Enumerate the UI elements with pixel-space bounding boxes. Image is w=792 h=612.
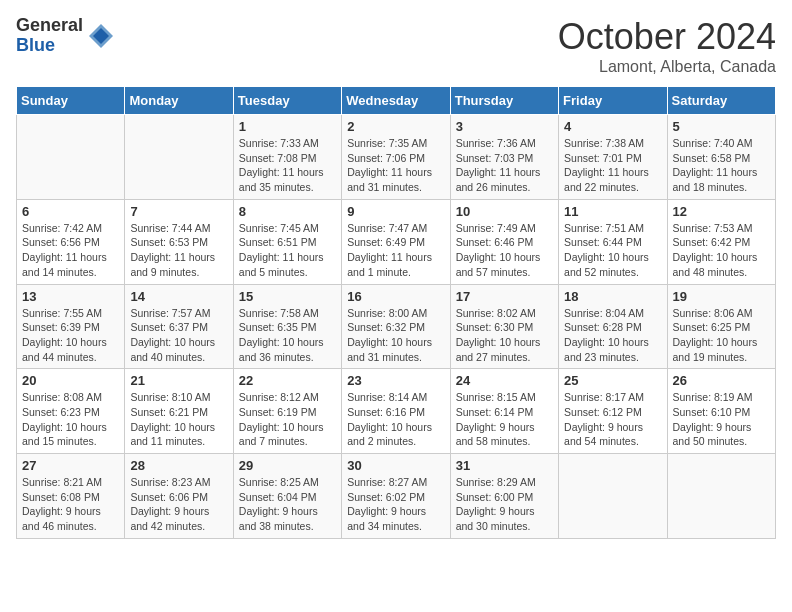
calendar-cell: 12Sunrise: 7:53 AMSunset: 6:42 PMDayligh…	[667, 199, 775, 284]
week-row-2: 6Sunrise: 7:42 AMSunset: 6:56 PMDaylight…	[17, 199, 776, 284]
day-info: Sunrise: 8:14 AMSunset: 6:16 PMDaylight:…	[347, 390, 444, 449]
logo: General Blue	[16, 16, 115, 56]
calendar-cell: 31Sunrise: 8:29 AMSunset: 6:00 PMDayligh…	[450, 454, 558, 539]
day-info: Sunrise: 7:57 AMSunset: 6:37 PMDaylight:…	[130, 306, 227, 365]
day-number: 30	[347, 458, 444, 473]
day-number: 27	[22, 458, 119, 473]
day-info: Sunrise: 8:02 AMSunset: 6:30 PMDaylight:…	[456, 306, 553, 365]
calendar-cell: 27Sunrise: 8:21 AMSunset: 6:08 PMDayligh…	[17, 454, 125, 539]
day-number: 7	[130, 204, 227, 219]
day-number: 31	[456, 458, 553, 473]
column-header-thursday: Thursday	[450, 87, 558, 115]
day-number: 11	[564, 204, 661, 219]
day-number: 24	[456, 373, 553, 388]
day-info: Sunrise: 8:10 AMSunset: 6:21 PMDaylight:…	[130, 390, 227, 449]
day-info: Sunrise: 8:25 AMSunset: 6:04 PMDaylight:…	[239, 475, 336, 534]
day-number: 15	[239, 289, 336, 304]
week-row-5: 27Sunrise: 8:21 AMSunset: 6:08 PMDayligh…	[17, 454, 776, 539]
calendar-cell: 29Sunrise: 8:25 AMSunset: 6:04 PMDayligh…	[233, 454, 341, 539]
logo-blue-text: Blue	[16, 36, 83, 56]
day-info: Sunrise: 8:06 AMSunset: 6:25 PMDaylight:…	[673, 306, 770, 365]
day-number: 23	[347, 373, 444, 388]
page-header: General Blue October 2024 Lamont, Albert…	[16, 16, 776, 76]
day-info: Sunrise: 7:33 AMSunset: 7:08 PMDaylight:…	[239, 136, 336, 195]
location: Lamont, Alberta, Canada	[558, 58, 776, 76]
calendar-cell: 23Sunrise: 8:14 AMSunset: 6:16 PMDayligh…	[342, 369, 450, 454]
day-number: 8	[239, 204, 336, 219]
day-number: 3	[456, 119, 553, 134]
calendar-cell: 13Sunrise: 7:55 AMSunset: 6:39 PMDayligh…	[17, 284, 125, 369]
calendar-cell: 14Sunrise: 7:57 AMSunset: 6:37 PMDayligh…	[125, 284, 233, 369]
calendar-cell: 26Sunrise: 8:19 AMSunset: 6:10 PMDayligh…	[667, 369, 775, 454]
day-number: 17	[456, 289, 553, 304]
day-number: 9	[347, 204, 444, 219]
calendar-cell: 9Sunrise: 7:47 AMSunset: 6:49 PMDaylight…	[342, 199, 450, 284]
day-number: 28	[130, 458, 227, 473]
day-info: Sunrise: 7:45 AMSunset: 6:51 PMDaylight:…	[239, 221, 336, 280]
calendar-cell: 3Sunrise: 7:36 AMSunset: 7:03 PMDaylight…	[450, 115, 558, 200]
day-number: 22	[239, 373, 336, 388]
calendar-cell	[17, 115, 125, 200]
day-number: 2	[347, 119, 444, 134]
day-number: 18	[564, 289, 661, 304]
day-info: Sunrise: 8:27 AMSunset: 6:02 PMDaylight:…	[347, 475, 444, 534]
calendar-cell: 30Sunrise: 8:27 AMSunset: 6:02 PMDayligh…	[342, 454, 450, 539]
day-info: Sunrise: 7:36 AMSunset: 7:03 PMDaylight:…	[456, 136, 553, 195]
day-info: Sunrise: 8:23 AMSunset: 6:06 PMDaylight:…	[130, 475, 227, 534]
day-info: Sunrise: 8:08 AMSunset: 6:23 PMDaylight:…	[22, 390, 119, 449]
calendar-header-row: SundayMondayTuesdayWednesdayThursdayFrid…	[17, 87, 776, 115]
day-info: Sunrise: 8:19 AMSunset: 6:10 PMDaylight:…	[673, 390, 770, 449]
week-row-3: 13Sunrise: 7:55 AMSunset: 6:39 PMDayligh…	[17, 284, 776, 369]
calendar-cell: 20Sunrise: 8:08 AMSunset: 6:23 PMDayligh…	[17, 369, 125, 454]
calendar-cell: 1Sunrise: 7:33 AMSunset: 7:08 PMDaylight…	[233, 115, 341, 200]
day-info: Sunrise: 8:17 AMSunset: 6:12 PMDaylight:…	[564, 390, 661, 449]
calendar-cell: 10Sunrise: 7:49 AMSunset: 6:46 PMDayligh…	[450, 199, 558, 284]
day-number: 6	[22, 204, 119, 219]
day-info: Sunrise: 7:47 AMSunset: 6:49 PMDaylight:…	[347, 221, 444, 280]
title-block: October 2024 Lamont, Alberta, Canada	[558, 16, 776, 76]
week-row-4: 20Sunrise: 8:08 AMSunset: 6:23 PMDayligh…	[17, 369, 776, 454]
calendar-cell: 4Sunrise: 7:38 AMSunset: 7:01 PMDaylight…	[559, 115, 667, 200]
day-info: Sunrise: 8:04 AMSunset: 6:28 PMDaylight:…	[564, 306, 661, 365]
day-info: Sunrise: 8:00 AMSunset: 6:32 PMDaylight:…	[347, 306, 444, 365]
column-header-monday: Monday	[125, 87, 233, 115]
calendar-cell: 15Sunrise: 7:58 AMSunset: 6:35 PMDayligh…	[233, 284, 341, 369]
calendar-cell	[125, 115, 233, 200]
calendar-cell: 11Sunrise: 7:51 AMSunset: 6:44 PMDayligh…	[559, 199, 667, 284]
calendar-cell	[559, 454, 667, 539]
calendar-cell: 6Sunrise: 7:42 AMSunset: 6:56 PMDaylight…	[17, 199, 125, 284]
calendar-table: SundayMondayTuesdayWednesdayThursdayFrid…	[16, 86, 776, 539]
day-number: 16	[347, 289, 444, 304]
day-info: Sunrise: 7:53 AMSunset: 6:42 PMDaylight:…	[673, 221, 770, 280]
calendar-cell: 19Sunrise: 8:06 AMSunset: 6:25 PMDayligh…	[667, 284, 775, 369]
month-title: October 2024	[558, 16, 776, 58]
day-number: 19	[673, 289, 770, 304]
column-header-sunday: Sunday	[17, 87, 125, 115]
day-info: Sunrise: 7:38 AMSunset: 7:01 PMDaylight:…	[564, 136, 661, 195]
calendar-cell: 28Sunrise: 8:23 AMSunset: 6:06 PMDayligh…	[125, 454, 233, 539]
day-number: 25	[564, 373, 661, 388]
day-number: 12	[673, 204, 770, 219]
day-number: 20	[22, 373, 119, 388]
day-number: 26	[673, 373, 770, 388]
day-info: Sunrise: 8:15 AMSunset: 6:14 PMDaylight:…	[456, 390, 553, 449]
calendar-cell: 7Sunrise: 7:44 AMSunset: 6:53 PMDaylight…	[125, 199, 233, 284]
day-number: 10	[456, 204, 553, 219]
calendar-cell: 18Sunrise: 8:04 AMSunset: 6:28 PMDayligh…	[559, 284, 667, 369]
column-header-friday: Friday	[559, 87, 667, 115]
day-number: 13	[22, 289, 119, 304]
calendar-cell: 8Sunrise: 7:45 AMSunset: 6:51 PMDaylight…	[233, 199, 341, 284]
calendar-cell: 2Sunrise: 7:35 AMSunset: 7:06 PMDaylight…	[342, 115, 450, 200]
day-info: Sunrise: 7:51 AMSunset: 6:44 PMDaylight:…	[564, 221, 661, 280]
week-row-1: 1Sunrise: 7:33 AMSunset: 7:08 PMDaylight…	[17, 115, 776, 200]
day-info: Sunrise: 8:12 AMSunset: 6:19 PMDaylight:…	[239, 390, 336, 449]
calendar-cell: 21Sunrise: 8:10 AMSunset: 6:21 PMDayligh…	[125, 369, 233, 454]
day-info: Sunrise: 7:42 AMSunset: 6:56 PMDaylight:…	[22, 221, 119, 280]
logo-icon	[87, 22, 115, 50]
calendar-cell: 25Sunrise: 8:17 AMSunset: 6:12 PMDayligh…	[559, 369, 667, 454]
day-info: Sunrise: 8:21 AMSunset: 6:08 PMDaylight:…	[22, 475, 119, 534]
day-number: 4	[564, 119, 661, 134]
logo-general-text: General	[16, 16, 83, 36]
day-number: 5	[673, 119, 770, 134]
day-info: Sunrise: 7:44 AMSunset: 6:53 PMDaylight:…	[130, 221, 227, 280]
